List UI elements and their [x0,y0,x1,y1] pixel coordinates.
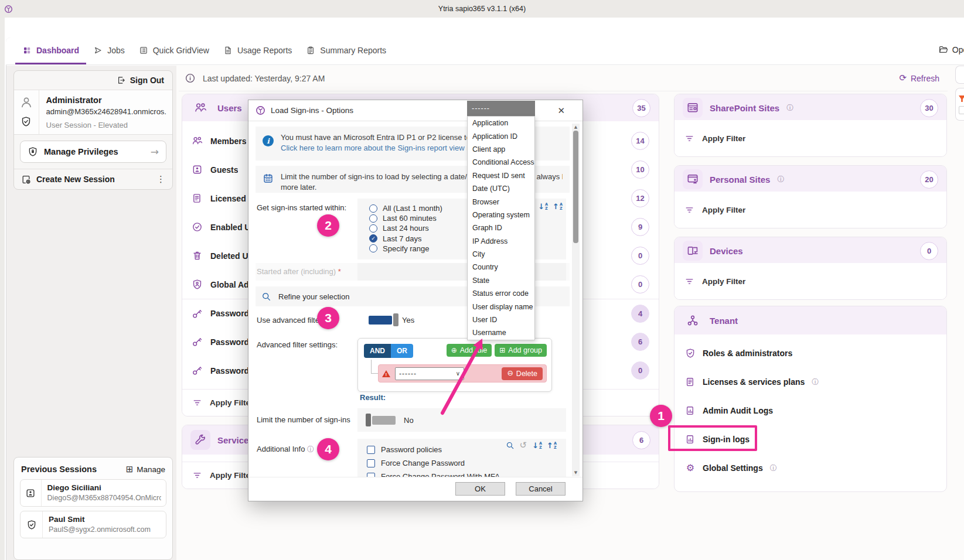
sort-desc-icon[interactable]: ↓AZ [532,441,542,450]
tab-summary-reports[interactable]: Summary Reports [299,37,393,64]
info-small-icon: ⓘ [786,104,793,111]
card-title: Personal Sites [710,175,770,185]
tenant-item-licenses-services-plans[interactable]: Licenses & services plansⓘ [675,367,946,396]
checkbox-label: Password policies [381,445,442,454]
apply-filter-button[interactable]: Apply Filter [675,192,946,228]
dropdown-item[interactable]: Client app [468,143,534,156]
dropdown-item[interactable]: City [468,248,534,261]
advanced-filter-toggle[interactable] [369,313,398,326]
radio-icon[interactable] [369,204,377,213]
dropdown-item[interactable]: Application ID [468,129,534,142]
sign-out-button[interactable]: Sign Out [14,71,172,90]
checkbox-icon[interactable] [367,459,375,467]
tenant-card-header[interactable]: Tenant [675,306,946,334]
toggle-knob [366,414,371,426]
badge-person-icon [25,488,36,498]
dropdown-item[interactable]: Country [468,261,534,274]
checkbox-option[interactable]: Force Change Password [367,456,560,470]
clipboard-icon [306,46,315,55]
dropdown-item[interactable]: State [468,274,534,287]
sort-icons[interactable]: ↓AZ ↑AZ [532,441,557,450]
radio-icon[interactable] [369,214,377,223]
row-count-badge: 0 [631,275,649,293]
dropdown-item[interactable]: Browser [468,195,534,208]
kebab-menu-icon[interactable]: ⋮ [156,175,165,184]
scrollbar-thumb[interactable] [573,131,578,243]
sort-icons[interactable]: ↓AZ ↑AZ [538,202,563,211]
delete-rule-button[interactable]: ⊖ Delete [502,367,543,380]
tab-quick-gridview[interactable]: Quick GridView [132,37,216,64]
radio-label: All (Last 1 month) [383,204,442,213]
close-icon[interactable]: ✕ [554,104,568,117]
checkbox-icon[interactable] [367,446,375,454]
annotation-step-3: 3 [317,307,339,329]
and-button[interactable]: AND [364,344,391,358]
add-group-button[interactable]: ⊞ Add group [495,344,547,357]
session-icon-cell [21,511,43,538]
window-lines-icon [686,101,699,114]
annotation-step-1: 1 [650,405,672,427]
tenant-item-global-settings[interactable]: ⚙Global Settingsⓘ [675,453,946,482]
previous-session-item[interactable]: Paul SmitPaulS@sygx2.onmicrosoft.com [20,511,166,538]
apply-filter-button[interactable]: Apply Filter [675,120,946,156]
cancel-button[interactable]: Cancel [516,482,566,496]
card-count-badge: 0 [920,242,938,260]
tab-usage-reports[interactable]: Usage Reports [216,37,299,64]
card-header[interactable]: Personal Sitesⓘ20 [675,166,946,193]
dropdown-item[interactable]: User display name [468,300,534,313]
refresh-icon: ⟳ [899,74,907,83]
dropdown-item[interactable]: IP Address [468,235,534,248]
right-cards-column: SharePoint Sitesⓘ30Apply FilterPersonal … [674,94,947,308]
undo-icon[interactable]: ↺ [520,441,527,450]
scroll-up-icon[interactable]: ▲ [572,125,580,129]
dropdown-item[interactable]: Conditional Access [468,156,534,169]
tab-dashboard[interactable]: Dashboard [15,37,86,64]
card-header[interactable]: Devices0 [675,237,946,264]
dropdown-item[interactable]: Status error code [468,287,534,300]
or-button[interactable]: OR [391,344,413,358]
card-header[interactable]: SharePoint Sitesⓘ30 [675,94,946,121]
tab-jobs[interactable]: Jobs [86,37,132,64]
apply-filter-button[interactable]: Apply Filter [675,263,946,299]
limit-signins-toggle[interactable] [366,414,396,426]
scroll-down-icon[interactable]: ▼ [572,470,580,475]
create-session-icon [21,175,31,185]
toggle-knob [393,313,398,326]
card-icon-badge [683,169,703,189]
tenant-item-roles-administrators[interactable]: Roles & administrators [675,339,946,367]
dropdown-item[interactable]: Application [468,117,534,129]
create-new-session-button[interactable]: Create New Session ⋮ [14,169,172,189]
radio-icon[interactable] [369,224,377,233]
open-button[interactable]: Open [938,45,964,54]
ok-button[interactable]: OK [455,482,505,496]
search-icon [261,292,271,302]
manage-privileges-button[interactable]: Manage Privileges → [20,141,166,163]
dropdown-list: ApplicationApplication IDClient appCondi… [467,116,535,340]
dropdown-item[interactable]: Operating system [468,209,534,221]
dropdown-item[interactable]: Date (UTC) [468,182,534,195]
tenant-item-admin-audit-logs[interactable]: Admin Audit Logs [675,396,946,425]
radio-label: Last 24 hours [383,224,429,233]
tab-label: Jobs [107,46,125,55]
tenant-item-label: Global Settings [703,463,763,473]
previous-session-item[interactable]: Diego SicilianiDiegoS@M365x88704954.OnMi… [20,479,166,507]
dropdown-item[interactable]: Graph ID [468,221,534,234]
sort-asc-icon[interactable]: ↑AZ [547,441,557,450]
previous-sessions-list: Diego SicilianiDiegoS@M365x88704954.OnMi… [20,479,166,538]
search-icon[interactable] [506,441,515,450]
sort-desc-icon[interactable]: ↓AZ [538,202,548,211]
dropdown-item[interactable]: User ID [468,313,534,326]
manage-sessions-button[interactable]: ⊞ Manage [126,465,165,474]
dropdown-item[interactable]: Request ID sent [468,169,534,182]
radio-icon[interactable] [369,244,377,252]
doc-icon [223,46,233,55]
session-icon-cell [21,480,42,506]
refresh-button[interactable]: ⟳ Refresh [899,74,939,83]
tenant-item-label: Admin Audit Logs [703,406,773,415]
info-icon [185,73,196,84]
dialog-scrollbar[interactable]: ▲ ▼ [572,124,580,476]
people-icon [192,135,203,146]
dropdown-selected-item[interactable]: ------ [467,101,535,116]
sort-asc-icon[interactable]: ↑AZ [553,202,563,211]
radio-checked-icon[interactable]: ✓ [369,234,377,243]
